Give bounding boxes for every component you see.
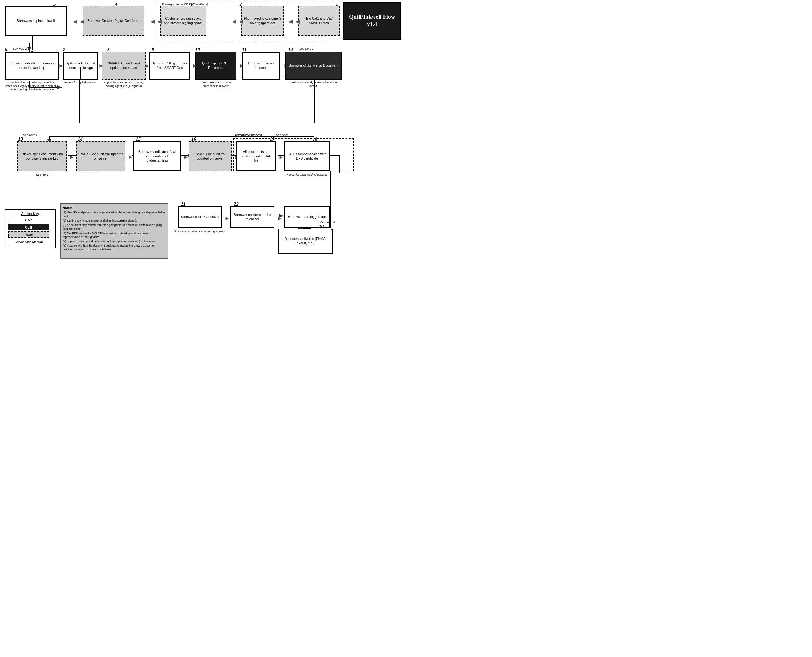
step17-note: See Note 5	[276, 133, 290, 137]
step13-note: See Note 4	[23, 133, 37, 137]
arrow-8-9: ►	[145, 62, 150, 69]
step12-box: Borrower clicks to sign Document	[285, 52, 342, 80]
ak-server: Server-Side Manual	[8, 239, 49, 245]
arrow-connector	[331, 240, 332, 255]
step11-box: Borrower reviews document	[242, 52, 280, 80]
step12-across-line	[79, 123, 315, 123]
note-3: (3) A document may contain multiple sign…	[63, 223, 166, 231]
note-1: (1) User IDs and passwords are generated…	[63, 211, 166, 218]
step22-box: Borrower confirms desire to cancel	[230, 206, 274, 228]
title-text: Quill/Inkwell Flow v1.4	[344, 13, 400, 28]
step3-box: Customer organizes pkg and creates signi…	[160, 6, 206, 36]
action-key: Action Key User Quill Inkwell Server-Sid…	[5, 210, 56, 248]
step10-box: Quill displays PDF Document	[195, 52, 236, 80]
step6-annotation: Confirmation page with legal text that e…	[5, 81, 59, 92]
arrow-3-4: ◄◄	[149, 17, 163, 26]
automated-label: Automated process	[235, 133, 262, 137]
arrow-13-14: ►	[69, 154, 75, 160]
step6-note: See Note 2	[13, 47, 27, 50]
step2-box: Pkg moved to customer's eMortgage folder	[241, 6, 284, 36]
arrow-14-15: ►	[128, 154, 133, 160]
arrow-5-6-v	[32, 36, 33, 50]
step12-down-line	[314, 80, 315, 123]
step12-annotation: Certificate is already in known location…	[285, 81, 342, 88]
process-flow-title: Process Flow	[0, 0, 400, 2]
step18-annotation: Repeat for each required package	[284, 173, 330, 176]
note-2: (2) Signing key for cert is entered duri…	[63, 219, 166, 223]
arrow-22-23: ►	[277, 215, 282, 222]
arrow-7-8: ►	[98, 62, 104, 69]
step20-box: Document delivered (FNMA, eVault,.etc.)	[278, 229, 333, 254]
step16-box: SMARTDoc audit trail updated on server	[189, 141, 232, 171]
step17-box: All documents are packaged into a JAR fi…	[236, 141, 276, 171]
step6-box: Borrowers indicate confirmation of under…	[5, 52, 59, 80]
arrow-5-6-head: ▼	[31, 50, 34, 54]
step21-box: Borrower clicks Cancel All	[178, 206, 222, 228]
arrow-9-10: ►	[192, 62, 198, 69]
arrow-2-3: ◄◄	[231, 17, 245, 26]
step5-box: Borrowers log into Inkwell	[5, 6, 67, 36]
arrow-21-22: ►	[224, 215, 230, 222]
step7-up-line	[79, 80, 80, 123]
notes-title: Notes:	[63, 206, 166, 210]
step4-box: Borrower Creates Digital Certificate	[82, 6, 145, 36]
step15-box: Borrowers indicate a final confirmation …	[133, 141, 181, 171]
note-4: (4) The PDF view in the SMARTDocument is…	[63, 232, 166, 239]
step7-up-head: ▲	[78, 81, 82, 85]
loop-arrow-line	[80, 67, 81, 79]
step18-box: JAR is tamper-sealed with DPS certificat…	[284, 141, 330, 171]
title-block: Quill/Inkwell Flow v1.4	[343, 2, 401, 40]
step21-subnote: Optional jump at any time during signing	[173, 230, 225, 234]
step8-annotation: Repeat for each borrower, notary, closin…	[101, 81, 146, 88]
step1-box: New Cat1 and Cat4 SMART Docs	[298, 6, 339, 36]
arrow-15-16: ►	[183, 154, 189, 160]
arrow-18-20-line	[330, 171, 331, 228]
step20-note: See Note 6	[320, 221, 335, 224]
step13-annotation: KeyTools	[17, 173, 67, 176]
step13-box: Inkwell signs document with borrower's p…	[17, 141, 67, 171]
action-key-title: Action Key	[8, 212, 52, 215]
ak-inkwell: Inkwell	[8, 231, 49, 238]
note-6: (6) If Cancel All, then the document aud…	[63, 244, 166, 252]
step9-box: Dynamic PDF generated from SMART Doc	[149, 52, 190, 80]
notes-box: Notes: (1) User IDs and passwords are ge…	[60, 203, 168, 258]
ak-quill: Quill	[8, 224, 49, 230]
arrow-4-5: ◄◄	[72, 17, 86, 26]
arrow-17-18: ►	[278, 154, 284, 160]
arrow-6-7: ►	[58, 62, 64, 69]
step8-box: SMARTDoc audit trail updated on server	[101, 52, 146, 80]
arrow-18-20-head: ▼	[330, 227, 334, 232]
note-5: (5) Copies of eNotes and riders are put …	[63, 240, 166, 244]
arrow-1-2: ◄◄	[287, 17, 301, 26]
step10-annotation: Acrobat Reader PDF view embedded in brow…	[195, 81, 236, 88]
step12-note: See Note 3	[299, 47, 314, 50]
ak-user: User	[8, 217, 49, 223]
step14-box: SMARTDoc audit trail updated on server	[76, 141, 125, 171]
